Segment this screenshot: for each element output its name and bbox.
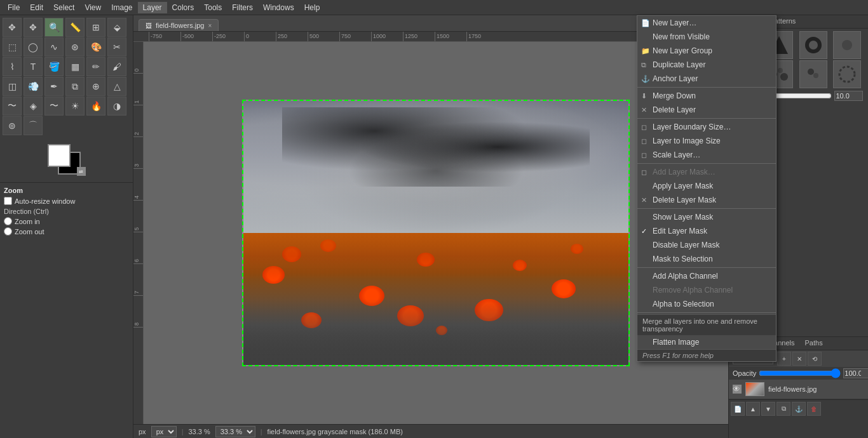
- layer-new-button[interactable]: 📄: [731, 402, 745, 416]
- zoom-select[interactable]: 33.3 %: [215, 426, 255, 437]
- ctx-alpha-to-selection[interactable]: Alpha to Selection: [637, 297, 776, 311]
- tool-gradient[interactable]: ▦: [65, 57, 85, 76]
- menu-filters[interactable]: Filters: [227, 2, 258, 13]
- menu-file[interactable]: File: [3, 2, 25, 13]
- opacity-slider[interactable]: [759, 368, 841, 378]
- brush-item[interactable]: [833, 60, 861, 88]
- brush-item[interactable]: [833, 31, 861, 59]
- zoom-out-option[interactable]: Zoom out: [4, 227, 129, 236]
- tool-curve[interactable]: ⌒: [24, 116, 43, 135]
- tool-ellipse-select[interactable]: ◯: [24, 37, 43, 56]
- tool-pencil[interactable]: ✏: [86, 57, 105, 76]
- ctx-flatten-image[interactable]: Flatten Image: [637, 335, 776, 349]
- brush-size-input[interactable]: [834, 91, 863, 101]
- layer-row[interactable]: 👁 field-flowers.jpg: [729, 380, 868, 399]
- tool-desaturate[interactable]: ◑: [107, 96, 126, 116]
- layer-duplicate-button[interactable]: ⧉: [776, 402, 790, 416]
- layer-add-button[interactable]: +: [777, 352, 791, 366]
- tool-select-by-color[interactable]: 🎨: [86, 37, 105, 56]
- tool-paths[interactable]: ⌇: [3, 57, 22, 76]
- ctx-layer-boundary[interactable]: ◻ Layer Boundary Size…: [637, 120, 776, 134]
- tool-burn[interactable]: 🔥: [86, 96, 105, 116]
- opacity-input[interactable]: [843, 368, 868, 378]
- ctx-edit-layer-mask[interactable]: ✓ Edit Layer Mask: [637, 224, 776, 238]
- tool-bucket[interactable]: 🪣: [44, 57, 64, 76]
- color-selector[interactable]: ⇄: [48, 144, 86, 176]
- zoom-out-radio[interactable]: [4, 227, 12, 236]
- menu-view[interactable]: View: [79, 2, 106, 13]
- zoom-in-radio[interactable]: [4, 217, 12, 225]
- tool-free-select[interactable]: ∿: [44, 37, 64, 56]
- ctx-delete-label: Delete Layer: [653, 105, 696, 114]
- tool-ink[interactable]: ✒: [44, 77, 64, 96]
- menu-edit[interactable]: Edit: [25, 2, 48, 13]
- auto-resize-checkbox[interactable]: [4, 197, 12, 205]
- ctx-anchor-layer[interactable]: ⚓ Anchor Layer: [637, 72, 776, 86]
- tool-eraser[interactable]: ◫: [3, 77, 22, 96]
- ctx-duplicate-layer[interactable]: ⧉ Duplicate Layer: [637, 58, 776, 72]
- layer-visibility-icon[interactable]: 👁: [733, 385, 742, 394]
- ctx-new-from-visible[interactable]: New from Visible: [637, 30, 776, 44]
- layer-trash-button[interactable]: 🗑: [807, 402, 821, 416]
- ctx-new-layer-group[interactable]: 📁 New Layer Group: [637, 44, 776, 58]
- auto-resize-option[interactable]: Auto-resize window: [4, 197, 129, 205]
- tool-zoom[interactable]: 🔍: [44, 18, 64, 37]
- tool-move[interactable]: ✥: [24, 18, 43, 37]
- layer-delete-button[interactable]: ✕: [792, 352, 806, 366]
- menu-tools[interactable]: Tools: [199, 2, 227, 13]
- menu-image[interactable]: Image: [106, 2, 137, 13]
- menu-select[interactable]: Select: [48, 2, 79, 13]
- brush-item[interactable]: [799, 31, 827, 59]
- tool-airbrush[interactable]: 💨: [24, 77, 43, 96]
- tool-transform[interactable]: ⬙: [107, 18, 126, 37]
- tool-text[interactable]: T: [24, 57, 43, 76]
- ctx-delete-layer[interactable]: ✕ Delete Layer: [637, 103, 776, 117]
- menu-help[interactable]: Help: [299, 2, 325, 13]
- tool-fuzzy-select[interactable]: ⊛: [65, 37, 85, 56]
- ctx-add-alpha[interactable]: Add Alpha Channel: [637, 269, 776, 283]
- ctx-mask-to-selection[interactable]: Mask to Selection: [637, 252, 776, 266]
- tool-blur[interactable]: 〜: [3, 96, 22, 116]
- tool-perspective[interactable]: △: [107, 77, 126, 96]
- brush-item[interactable]: [799, 60, 827, 88]
- ctx-apply-layer-mask[interactable]: Apply Layer Mask: [637, 179, 776, 193]
- tab-close-button[interactable]: ×: [208, 22, 212, 29]
- foreground-color[interactable]: [48, 144, 71, 167]
- unit-select[interactable]: px: [151, 426, 177, 437]
- tab-paths[interactable]: Paths: [800, 337, 828, 350]
- ctx-show-mask-label: Show Layer Mask: [653, 213, 713, 222]
- tool-sharpen[interactable]: ◈: [24, 96, 43, 116]
- layer-down-button[interactable]: ▼: [761, 402, 775, 416]
- swap-colors-icon[interactable]: ⇄: [77, 167, 86, 176]
- layer-up-button[interactable]: ▲: [746, 402, 760, 416]
- cloud-dark: [282, 107, 590, 187]
- layer-refresh-button[interactable]: ⟲: [808, 352, 822, 366]
- ctx-layer-to-image[interactable]: ◻ Layer to Image Size: [637, 134, 776, 148]
- tool-scissors[interactable]: ✂: [107, 37, 126, 56]
- image-tab[interactable]: 🖼 field-flowers.jpg ×: [139, 19, 219, 31]
- tool-crosshair[interactable]: ✥: [3, 18, 22, 37]
- ctx-scale-layer[interactable]: ◻ Scale Layer…: [637, 148, 776, 162]
- tool-measure[interactable]: 📏: [65, 18, 85, 37]
- ctx-show-layer-mask[interactable]: Show Layer Mask: [637, 210, 776, 224]
- menu-windows[interactable]: Windows: [258, 2, 299, 13]
- ctx-new-layer[interactable]: 📄 New Layer…: [637, 16, 776, 30]
- menu-colors[interactable]: Colors: [167, 2, 200, 13]
- ctx-merge-down[interactable]: ⬇ Merge Down: [637, 89, 776, 103]
- menu-layer[interactable]: Layer: [138, 2, 167, 13]
- tool-heal[interactable]: ⊕: [86, 77, 105, 96]
- ctx-delete-layer-mask[interactable]: ✕ Delete Layer Mask: [637, 193, 776, 207]
- ctx-merge-down-icon: ⬇: [641, 92, 647, 100]
- tool-rect-select[interactable]: ⬚: [3, 37, 22, 56]
- ruler-h-mark: -750: [149, 32, 180, 41]
- ctx-disable-layer-mask[interactable]: Disable Layer Mask: [637, 238, 776, 252]
- tool-warp[interactable]: ⊚: [3, 116, 22, 135]
- zoom-in-option[interactable]: Zoom in: [4, 217, 129, 225]
- menubar: File Edit Select View Image Layer Colors…: [0, 0, 868, 15]
- tool-align[interactable]: ⊞: [86, 18, 105, 37]
- tool-smudge[interactable]: 〜: [44, 96, 64, 116]
- tool-dodge[interactable]: ☀: [65, 96, 85, 116]
- tool-paint[interactable]: 🖌: [107, 57, 126, 76]
- tool-clone[interactable]: ⧉: [65, 77, 85, 96]
- layer-anchor-button[interactable]: ⚓: [792, 402, 806, 416]
